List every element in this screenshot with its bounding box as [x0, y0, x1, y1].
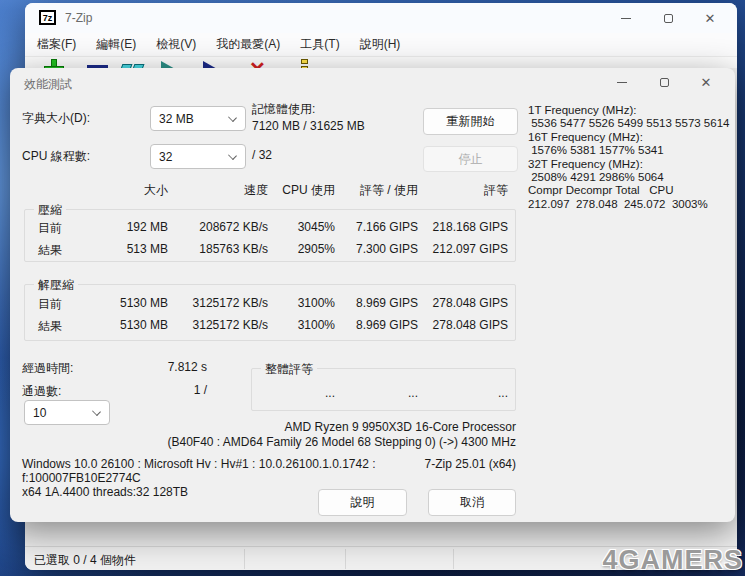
cell-size: 5130 MB: [96, 296, 168, 313]
test-icon[interactable]: [121, 59, 145, 68]
total-rating-cpu: ...: [251, 386, 335, 400]
selection-status: 已選取 0 / 4 個物件: [34, 552, 136, 569]
cell-cpu: 3045%: [268, 220, 335, 237]
main-menubar: 檔案(F) 編輯(E) 檢視(V) 我的最愛(A) 工具(T) 說明(H): [25, 33, 737, 56]
move-icon[interactable]: [201, 59, 225, 68]
cpu-name-line: AMD Ryzen 9 9950X3D 16-Core Processor: [116, 420, 516, 434]
cancel-button[interactable]: 取消: [428, 489, 516, 516]
freq-line: 32T Frequency (MHz):: [528, 158, 733, 171]
hash-info-line: f:100007FB10E2774C: [22, 471, 141, 485]
col-size: 大小: [96, 182, 168, 199]
cell-size: 5130 MB: [96, 318, 168, 335]
row-label: 結果: [28, 318, 96, 335]
elapsed-time-value: 7.812 s: [110, 360, 207, 374]
arch-info-line: x64 1A.4400 threads:32 128TB: [22, 485, 188, 499]
minimize-icon: [621, 18, 631, 19]
cell-rating-usage: 7.300 GIPS: [335, 242, 418, 259]
main-toolbar: ✕: [25, 56, 737, 68]
cpu-threads-value: 32: [159, 150, 172, 164]
col-rating-usage: 評等 / 使用: [335, 182, 418, 199]
add-icon[interactable]: [42, 59, 66, 68]
chevron-down-icon: [228, 113, 237, 122]
menu-tools[interactable]: 工具(T): [290, 33, 349, 56]
table-row: 結果 5130 MB 3125172 KB/s 3100% 8.969 GIPS…: [28, 318, 508, 335]
menu-edit[interactable]: 編輯(E): [86, 33, 146, 56]
menu-view[interactable]: 檢視(V): [146, 33, 206, 56]
close-icon: ✕: [701, 76, 712, 89]
7zip-app-icon: 7z: [39, 10, 56, 25]
help-button[interactable]: 說明: [318, 489, 407, 516]
dictionary-size-combobox[interactable]: 32 MB: [150, 106, 246, 131]
freq-line: 1T Frequency (MHz):: [528, 104, 733, 117]
benchmark-dialog: 效能測試 ✕ 字典大小(D): 32 MB 記憶體使用: 7120 MB / 3…: [10, 68, 735, 522]
extract-icon[interactable]: [86, 59, 110, 68]
app-version-line: 7-Zip 25.01 (x64): [316, 457, 516, 471]
main-maximize-button[interactable]: [647, 3, 689, 33]
chevron-down-icon: [228, 151, 237, 160]
table-row: 目前 192 MB 208672 KB/s 3045% 7.166 GIPS 2…: [28, 220, 508, 237]
cell-speed: 3125172 KB/s: [168, 318, 268, 335]
col-cpu: CPU 使用: [268, 182, 335, 199]
cell-rating-usage: 8.969 GIPS: [335, 296, 418, 313]
memory-usage-value: 7120 MB / 31625 MB: [252, 119, 365, 133]
statusbar-divider: [345, 549, 346, 569]
main-window-title: 7-Zip: [65, 11, 92, 25]
menu-file[interactable]: 檔案(F): [27, 33, 86, 56]
total-rating-values: ... ... ...: [251, 386, 508, 400]
main-titlebar[interactable]: 7z 7-Zip ✕: [25, 3, 737, 33]
cell-rating-usage: 7.166 GIPS: [335, 220, 418, 237]
cell-rating: 278.048 GIPS: [418, 318, 508, 335]
dialog-title: 效能測試: [24, 76, 72, 93]
copy-icon[interactable]: [159, 59, 183, 68]
dictionary-size-label: 字典大小(D):: [22, 110, 90, 127]
cell-rating-usage: 8.969 GIPS: [335, 318, 418, 335]
delete-icon[interactable]: ✕: [249, 59, 273, 68]
maximize-icon: [664, 14, 673, 23]
freq-line: Compr Decompr Total CPU: [528, 184, 733, 197]
cell-speed: 3125172 KB/s: [168, 296, 268, 313]
frequency-info-panel: 1T Frequency (MHz): 5536 5477 5526 5499 …: [528, 104, 733, 211]
cell-cpu: 3100%: [268, 318, 335, 335]
menu-favorites[interactable]: 我的最愛(A): [206, 33, 290, 56]
passes-combo-value: 10: [33, 406, 46, 420]
col-speed: 速度: [168, 182, 268, 199]
decompression-group-label: 解壓縮: [34, 277, 78, 294]
total-rating-label: 整體評等: [261, 361, 317, 378]
chevron-down-icon: [92, 407, 101, 416]
table-row: 結果 513 MB 185763 KB/s 2905% 7.300 GIPS 2…: [28, 242, 508, 259]
freq-line: 16T Frequency (MHz):: [528, 131, 733, 144]
menu-help[interactable]: 說明(H): [350, 33, 411, 56]
statusbar-divider: [244, 549, 245, 569]
freq-line: 212.097 278.048 245.072 3003%: [528, 198, 733, 211]
elapsed-time-label: 經過時間:: [22, 360, 73, 377]
dialog-maximize-button[interactable]: [643, 68, 685, 96]
cell-cpu: 3100%: [268, 296, 335, 313]
restart-button[interactable]: 重新開始: [423, 108, 518, 135]
cpu-threads-total: / 32: [252, 148, 272, 162]
cell-rating: 212.097 GIPS: [418, 242, 508, 259]
table-row: 目前 5130 MB 3125172 KB/s 3100% 8.969 GIPS…: [28, 296, 508, 313]
memory-usage-label: 記憶體使用:: [252, 101, 315, 118]
dialog-minimize-button[interactable]: [601, 68, 643, 96]
row-label: 目前: [28, 220, 96, 237]
passes-label: 通過數:: [22, 383, 61, 400]
freq-line: 5536 5477 5526 5499 5513 5573 5614: [528, 117, 733, 130]
stop-button: 停止: [423, 146, 518, 172]
total-rating-rating: ...: [418, 386, 508, 400]
cell-rating: 278.048 GIPS: [418, 296, 508, 313]
passes-combobox[interactable]: 10: [24, 400, 110, 425]
cpu-threads-label: CPU 線程數:: [22, 148, 90, 165]
freq-line: 2508% 4291 2986% 5064: [528, 171, 733, 184]
cell-rating: 218.168 GIPS: [418, 220, 508, 237]
row-label: 結果: [28, 242, 96, 259]
col-rating: 評等: [418, 182, 508, 199]
passes-value: 1 /: [110, 383, 207, 397]
dialog-close-button[interactable]: ✕: [685, 68, 727, 96]
cpu-threads-combobox[interactable]: 32: [150, 144, 246, 169]
cpu-detail-line: (B40F40 : AMD64 Family 26 Model 68 Stepp…: [116, 435, 516, 449]
info-icon[interactable]: [293, 59, 317, 68]
cell-size: 192 MB: [96, 220, 168, 237]
cell-cpu: 2905%: [268, 242, 335, 259]
main-minimize-button[interactable]: [605, 3, 647, 33]
main-close-button[interactable]: ✕: [689, 3, 731, 33]
